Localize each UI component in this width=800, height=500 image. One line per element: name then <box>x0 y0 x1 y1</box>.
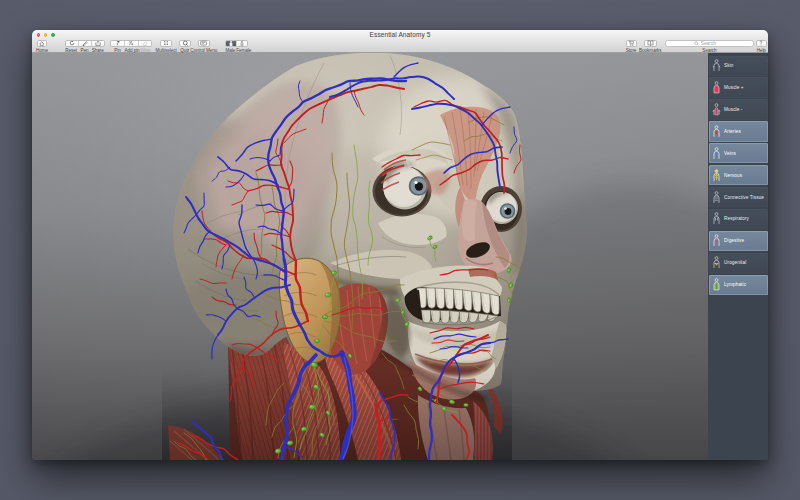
help-icon <box>758 40 764 46</box>
reset-button[interactable] <box>66 41 79 47</box>
mouth-teeth <box>400 265 502 324</box>
respiratory-icon <box>712 212 721 225</box>
add-pin-icon <box>128 40 134 46</box>
reset-pen-share-group: Reset Pen Share <box>65 40 105 48</box>
store-cart-icon <box>628 40 635 46</box>
sidebar-item-lymphatic[interactable]: Lymphatic <box>709 275 768 295</box>
sidebar-item-skin[interactable]: Skin <box>709 56 768 76</box>
digestive-icon <box>712 234 721 247</box>
wipe-button[interactable] <box>139 41 152 47</box>
search-icon <box>694 41 699 46</box>
pin-group: Pin Add pin Wipe <box>110 40 152 48</box>
muscle-plus-icon <box>712 81 721 94</box>
sidebar-item-urogenital[interactable]: Urogenital <box>709 253 768 273</box>
titlebar: Essential Anatomy 5 <box>32 30 768 39</box>
male-female-group: Male Female <box>225 40 249 48</box>
home-button[interactable]: Home <box>37 40 47 48</box>
window-chrome: Essential Anatomy 5 Home <box>32 30 768 53</box>
pen-icon <box>82 40 88 46</box>
anatomy-model-head[interactable] <box>32 53 708 460</box>
control-menu-button[interactable]: Control Menu <box>198 40 210 48</box>
male-button[interactable] <box>226 41 237 47</box>
connective-tissue-icon <box>712 191 721 204</box>
home-icon <box>39 41 45 47</box>
sidebar-item-muscle-minus[interactable]: Muscle - <box>709 99 768 119</box>
pen-button[interactable] <box>79 41 92 47</box>
nervous-icon <box>712 169 721 182</box>
quiz-icon <box>182 40 189 47</box>
systems-sidebar: Skin Muscle + Muscle - Arteries Veins <box>708 53 768 460</box>
bookmarks-icon <box>647 40 654 46</box>
sidebar-item-veins[interactable]: Veins <box>709 143 768 163</box>
help-button[interactable]: Help <box>756 40 767 48</box>
add-pin-button[interactable] <box>125 41 139 47</box>
share-button[interactable] <box>92 41 104 47</box>
share-icon <box>95 40 101 46</box>
male-icon <box>228 40 234 46</box>
urogenital-icon <box>712 256 721 269</box>
female-button[interactable] <box>237 41 247 47</box>
veins-icon <box>712 147 721 160</box>
arteries-icon <box>712 125 721 138</box>
store-button[interactable]: Store <box>626 40 637 48</box>
muscle-minus-icon <box>712 103 721 116</box>
content-area: Skin Muscle + Muscle - Arteries Veins <box>32 53 768 460</box>
sidebar-item-digestive[interactable]: Digestive <box>709 231 768 251</box>
search-input[interactable] <box>701 41 725 46</box>
window-title: Essential Anatomy 5 <box>32 31 768 39</box>
sidebar-item-arteries[interactable]: Arteries <box>709 121 768 141</box>
sidebar-item-nervous[interactable]: Nervous <box>709 165 768 185</box>
wipe-icon <box>142 40 148 46</box>
bookmarks-button[interactable]: Bookmarks <box>644 40 657 48</box>
search-area: Search <box>665 40 754 47</box>
quiz-button[interactable]: Quiz <box>179 40 191 48</box>
app-window: Essential Anatomy 5 Home <box>32 30 768 460</box>
pin-button[interactable] <box>111 41 125 47</box>
pin-icon <box>115 40 121 46</box>
anatomy-viewport[interactable] <box>32 53 708 460</box>
reset-icon <box>69 40 75 46</box>
search-field[interactable] <box>665 40 754 47</box>
multiselect-button[interactable]: Multiselect <box>160 40 172 48</box>
female-icon <box>239 40 245 46</box>
sidebar-item-muscle-plus[interactable]: Muscle + <box>709 77 768 97</box>
lymphatic-icon <box>712 278 721 291</box>
control-menu-icon <box>200 40 207 46</box>
desktop-background: Essential Anatomy 5 Home <box>0 0 800 500</box>
sidebar-item-connective-tissue[interactable]: Connective Tissue <box>709 187 768 207</box>
skin-icon <box>712 59 721 72</box>
multiselect-icon <box>163 40 169 46</box>
sidebar-item-respiratory[interactable]: Respiratory <box>709 209 768 229</box>
